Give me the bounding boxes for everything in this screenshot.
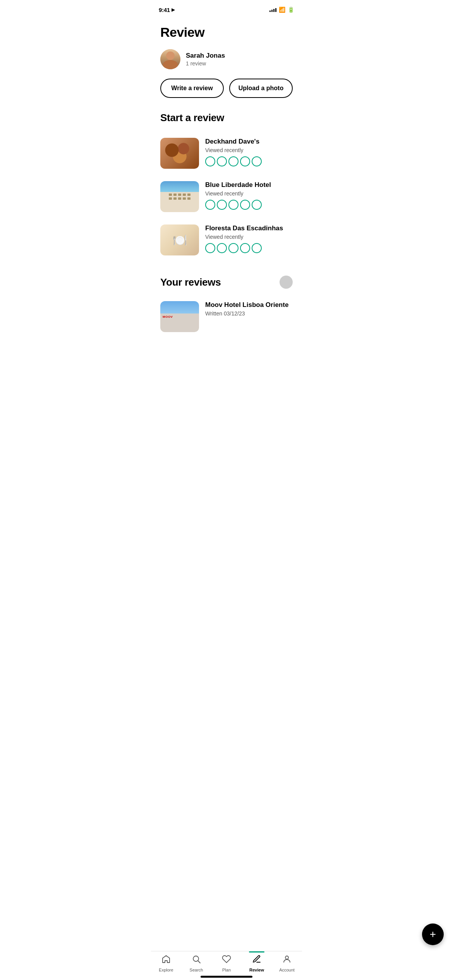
star-5[interactable] [252,243,262,253]
star-2[interactable] [217,200,227,210]
star-2[interactable] [217,156,227,166]
moov-hotel-info: Moov Hotel Lisboa Oriente Written 03/12/… [205,301,288,317]
star-2[interactable] [217,243,227,253]
star-1[interactable] [205,243,215,253]
your-review-item[interactable]: MOOV Moov Hotel Lisboa Oriente Written 0… [160,295,293,338]
battery-icon: 🔋 [288,7,294,13]
star-4[interactable] [240,156,250,166]
status-time: 9:41 [159,7,170,13]
status-bar: 9:41 ▶ 📶 🔋 [151,0,302,17]
star-3[interactable] [228,156,239,166]
signal-bar-1 [269,10,271,12]
your-reviews-title: Your reviews [160,276,221,288]
filter-button[interactable] [280,276,293,289]
signal-bar-2 [271,10,273,12]
blue-liberdade-thumb [160,181,199,212]
user-review-count: 1 review [186,60,225,67]
signal-bar-3 [273,9,275,12]
star-5[interactable] [252,156,262,166]
avatar-image [160,49,180,69]
start-review-section-title: Start a review [160,112,293,124]
start-review-list: Deckhand Dave's Viewed recently [160,132,293,262]
action-buttons: Write a review Upload a photo [160,79,293,98]
floresta-status: Viewed recently [205,234,293,240]
moov-hotel-date: Written 03/12/23 [205,310,288,317]
floresta-stars[interactable] [205,243,293,253]
user-name: Sarah Jonas [186,52,225,60]
star-1[interactable] [205,156,215,166]
your-reviews-header: Your reviews [160,276,293,289]
signal-bar-4 [275,8,276,12]
list-item[interactable]: 🍽️ Floresta Das Escadinhas Viewed recent… [160,218,293,262]
deckhand-daves-name: Deckhand Dave's [205,138,293,146]
list-item[interactable]: Deckhand Dave's Viewed recently [160,132,293,175]
write-review-button[interactable]: Write a review [160,79,224,98]
moov-hotel-thumb: MOOV [160,301,199,332]
location-icon: ▶ [172,7,175,12]
deckhand-daves-status: Viewed recently [205,147,293,153]
status-icons: 📶 🔋 [269,7,294,13]
floresta-name: Floresta Das Escadinhas [205,224,293,232]
moov-hotel-name: Moov Hotel Lisboa Oriente [205,301,288,309]
user-profile: Sarah Jonas 1 review [160,49,293,69]
star-4[interactable] [240,200,250,210]
upload-photo-button[interactable]: Upload a photo [229,79,293,98]
blue-liberdade-status: Viewed recently [205,190,293,197]
blue-liberdade-name: Blue Liberdade Hotel [205,181,293,189]
star-3[interactable] [228,200,239,210]
blue-liberdade-stars[interactable] [205,200,293,210]
signal-bars [269,7,276,12]
deckhand-daves-info: Deckhand Dave's Viewed recently [205,138,293,166]
star-5[interactable] [252,200,262,210]
wifi-icon: 📶 [279,7,285,13]
star-3[interactable] [228,243,239,253]
star-1[interactable] [205,200,215,210]
bottom-spacer [160,338,293,377]
deckhand-daves-thumb [160,138,199,169]
blue-liberdade-info: Blue Liberdade Hotel Viewed recently [205,181,293,210]
avatar [160,49,180,69]
floresta-info: Floresta Das Escadinhas Viewed recently [205,224,293,253]
main-content: Review Sarah Jonas 1 review Write a revi… [151,17,302,377]
floresta-thumb: 🍽️ [160,224,199,255]
list-item[interactable]: Blue Liberdade Hotel Viewed recently [160,175,293,218]
star-4[interactable] [240,243,250,253]
deckhand-daves-stars[interactable] [205,156,293,166]
user-info: Sarah Jonas 1 review [186,52,225,67]
page-title: Review [160,25,293,40]
